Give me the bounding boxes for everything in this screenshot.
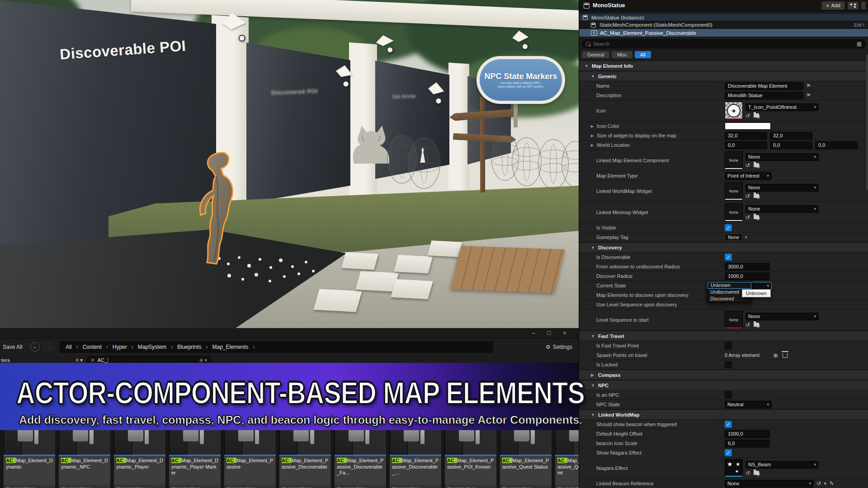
details-scrollbar[interactable] [866,54,868,190]
selected-statue[interactable] [184,149,252,270]
dropdown-none[interactable]: None▾ [745,184,819,192]
breadcrumb-item-map_elements[interactable]: Map_Elements [210,344,250,350]
edit-link-fragment[interactable]: Edit t [854,23,868,28]
dropdown-none[interactable]: None▾ [745,153,819,161]
browse-icon[interactable] [754,163,759,167]
tree-row-actor-instance[interactable]: MonoStatue (Instance) [579,14,868,21]
use-selected-icon[interactable]: ↺ [745,193,750,199]
use-selected-icon[interactable]: ↺ [745,113,750,118]
color-swatch[interactable] [725,122,771,130]
dropdown-option-unknown[interactable]: Unknown [708,282,751,289]
asset-icon-row: ↺ [745,470,819,476]
asset-thumb-none[interactable]: None [725,182,743,200]
asset-thumb-none[interactable]: None [725,151,743,169]
category-compass[interactable]: ▶Compass [579,370,868,380]
dropdown-t-icon-pointofintrest[interactable]: T_Icon_PointOfIntrest▾ [745,103,819,111]
dropdown-neutral[interactable]: Neutral▾ [725,401,772,408]
property-value: 1000,0 [720,429,868,438]
value-field[interactable]: 0,0 [815,141,858,149]
asset-thumb-none[interactable]: None [725,203,743,221]
clipped-icon-button[interactable] [861,2,866,9]
asset-thumb-stars[interactable]: ★★★ [725,459,743,477]
value-field[interactable]: 3000,0 [725,263,770,271]
value-field[interactable]: 32,0 [725,132,767,140]
checkbox[interactable] [725,361,732,368]
dropdown-none[interactable]: None▾ [745,313,819,320]
dropdown-point-of-intrest[interactable]: Point of Intrest▾ [725,172,772,180]
browse-icon[interactable] [754,113,759,117]
use-selected-icon[interactable]: ↺ [745,470,750,476]
blueprint-graph-icon-button[interactable] [848,2,859,9]
expander-icon[interactable]: ▶ [591,134,594,138]
value-field[interactable]: 0,0 [725,141,767,149]
filter-icon[interactable]: ≡ ▾ [68,357,86,363]
chevron-down-icon[interactable]: ▾ [745,235,747,239]
breadcrumb-item-content[interactable]: Content [81,344,104,350]
expander-icon[interactable]: ▶ [591,143,594,147]
expander-icon[interactable]: ▶ [591,124,594,128]
category-discovery[interactable]: ▼Discovery [579,242,868,253]
dropdown-none[interactable]: None▾ [725,480,814,488]
value-field[interactable]: 32,0 [770,132,812,140]
checkbox[interactable] [725,391,732,399]
pick-actor-icon[interactable]: ⌖ [824,481,827,486]
value-field[interactable]: Discoverable Map Element [725,82,803,90]
forward-button[interactable]: → [43,342,53,352]
tab-all[interactable]: All [635,51,651,58]
category-fast-travel[interactable]: ▼Fast Travel [579,331,868,341]
value-field[interactable]: 0,0 [770,141,812,149]
checkbox[interactable]: ✓ [725,421,732,428]
category-npc[interactable]: ▼NPC [579,380,868,390]
add-component-button[interactable]: + Add [821,1,845,10]
value-field[interactable]: 6,0 [725,440,770,447]
clear-search-icon[interactable]: ✕ [90,357,94,363]
filters-label-fragment[interactable]: ters [0,357,68,363]
details-search-input[interactable]: Search ▦ [582,39,866,48]
localize-flag-icon[interactable]: ⚑ [806,83,811,89]
use-selected-icon[interactable]: ↺ [745,215,750,220]
tree-row-staticmesh-component[interactable]: StaticMeshComponent (StaticMeshComponent… [579,21,868,29]
dropdown-ns-beam[interactable]: NS_Beam▾ [745,461,819,469]
add-array-element-icon[interactable]: ⊕ [773,352,778,359]
asset-thumb-nonered[interactable]: None [725,311,743,329]
dropdown-none[interactable]: None▾ [745,205,819,213]
breadcrumb-item-blueprints[interactable]: Blueprints [175,344,203,350]
checkbox[interactable] [725,342,732,349]
eyedropper-icon[interactable]: ✎ [830,481,834,486]
display-options-icon[interactable]: ▦ [857,41,862,47]
close-button[interactable]: × [558,328,571,338]
back-button[interactable]: ← [30,342,40,352]
minimize-button[interactable]: – [527,328,540,338]
browse-icon[interactable] [754,215,759,219]
asset-thumb-compass[interactable]: ✦ [725,102,743,120]
clear-array-icon[interactable] [783,353,788,358]
value-field[interactable]: 1000,0 [725,430,770,438]
checkbox[interactable]: ✓ [725,449,732,456]
settings-button[interactable]: ⚙ Settings [546,344,572,350]
save-all-button[interactable]: Save All [0,344,27,350]
use-selected-icon[interactable]: ↺ [816,481,821,486]
tab-misc[interactable]: Misc [612,51,632,58]
level-viewport[interactable]: Discoverable POI Discovered POI Cat Aren… [0,0,579,328]
maximize-button[interactable]: □ [542,328,556,338]
use-selected-icon[interactable]: ↺ [745,322,750,328]
browse-icon[interactable] [754,323,759,327]
category-generic[interactable]: ▼Generic [579,71,868,81]
category-map-element-info[interactable]: ▼Map Element Info [579,61,868,71]
tab-general[interactable]: General [582,51,609,58]
category-linked-worldmap[interactable]: ▼Linked WorldMap [579,409,868,420]
localize-flag-icon[interactable]: ⚑ [806,92,811,99]
browse-icon[interactable] [754,194,759,198]
tree-row-ac-map-element-component[interactable]: C AC_Map_Element_Passive_Discoverable [579,29,868,37]
use-selected-icon[interactable]: ↺ [745,163,750,168]
breadcrumb-item-all[interactable]: All [64,344,73,350]
checkbox[interactable]: ✓ [725,224,732,231]
save-search-icon[interactable]: ⊕ ▾ [199,357,208,363]
checkbox[interactable]: ✓ [725,253,732,261]
value-field[interactable]: 1000,0 [725,272,770,280]
value-field[interactable]: Monolith Statue [725,92,803,99]
breadcrumb-item-hyper[interactable]: Hyper [111,344,129,350]
breadcrumb-item-mapsystem[interactable]: MapSystem [136,344,168,350]
browse-icon[interactable] [754,471,759,475]
gameplay-tag-value[interactable]: None [725,234,742,241]
